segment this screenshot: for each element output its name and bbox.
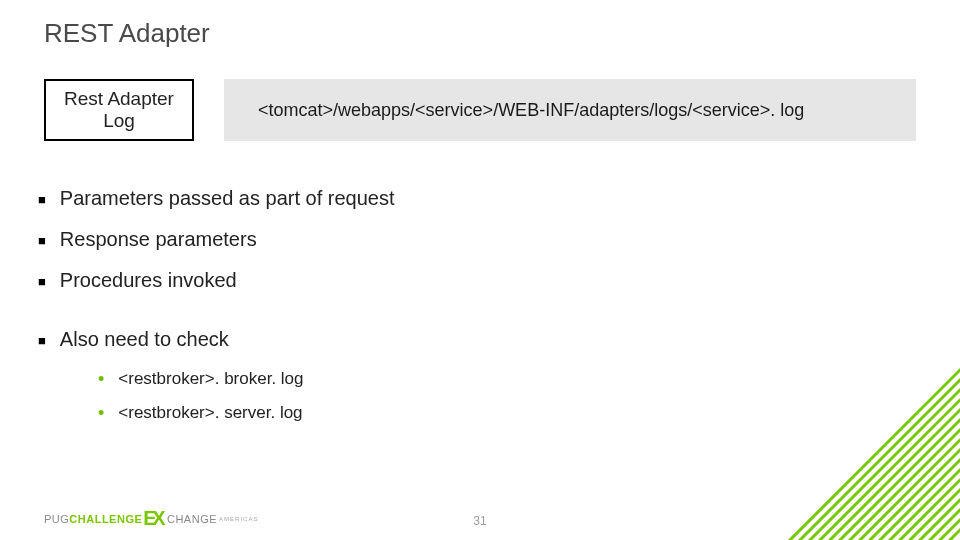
bullet-item: ■ Parameters passed as part of request (38, 187, 960, 210)
square-bullet-icon: ■ (38, 192, 46, 207)
square-bullet-icon: ■ (38, 233, 46, 248)
logo-challenge: CHALLENGE (69, 513, 142, 525)
square-bullet-icon: ■ (38, 274, 46, 289)
svg-line-13 (900, 470, 960, 540)
logo-exchange: CHANGE (167, 513, 217, 525)
bullet-text: Response parameters (60, 228, 257, 251)
label-row: Rest Adapter Log <tomcat>/webapps/<servi… (44, 79, 960, 141)
bullet-list: ■ Parameters passed as part of request ■… (38, 187, 960, 423)
dot-bullet-icon: • (98, 404, 104, 422)
svg-line-14 (910, 480, 960, 540)
svg-line-8 (850, 420, 960, 540)
page-number: 31 (473, 514, 486, 528)
label-box-text: Rest Adapter Log (64, 88, 174, 132)
bullet-item: ■ Procedures invoked (38, 269, 960, 292)
logo-americas: AMERICAS (219, 516, 258, 522)
bullet-text: Parameters passed as part of request (60, 187, 395, 210)
path-text: <tomcat>/webapps/<service>/WEB-INF/adapt… (258, 100, 804, 121)
svg-line-7 (840, 410, 960, 540)
path-box: <tomcat>/webapps/<service>/WEB-INF/adapt… (224, 79, 916, 141)
svg-line-10 (870, 440, 960, 540)
bullet-item: ■ Response parameters (38, 228, 960, 251)
slide: REST Adapter Rest Adapter Log <tomcat>/w… (0, 0, 960, 540)
square-bullet-icon: ■ (38, 333, 46, 348)
svg-line-11 (880, 450, 960, 540)
sub-bullet-text: <restbroker>. server. log (118, 403, 302, 423)
logo-x-icon: X (152, 507, 166, 530)
logo-pug: PUG (44, 513, 69, 525)
svg-line-16 (930, 500, 960, 540)
sub-bullet-text: <restbroker>. broker. log (118, 369, 303, 389)
label-box: Rest Adapter Log (44, 79, 194, 141)
footer-logo: PUG CHALLENGE E X CHANGE AMERICAS (44, 507, 258, 530)
svg-line-15 (920, 490, 960, 540)
dot-bullet-icon: • (98, 370, 104, 388)
page-title: REST Adapter (44, 18, 960, 49)
svg-line-9 (860, 430, 960, 540)
svg-line-12 (890, 460, 960, 540)
bullet-text: Procedures invoked (60, 269, 237, 292)
bullet-text: Also need to check (60, 328, 229, 351)
bullet-item: ■ Also need to check (38, 328, 960, 351)
sub-bullet-item: • <restbroker>. server. log (98, 403, 960, 423)
sub-bullet-item: • <restbroker>. broker. log (98, 369, 960, 389)
